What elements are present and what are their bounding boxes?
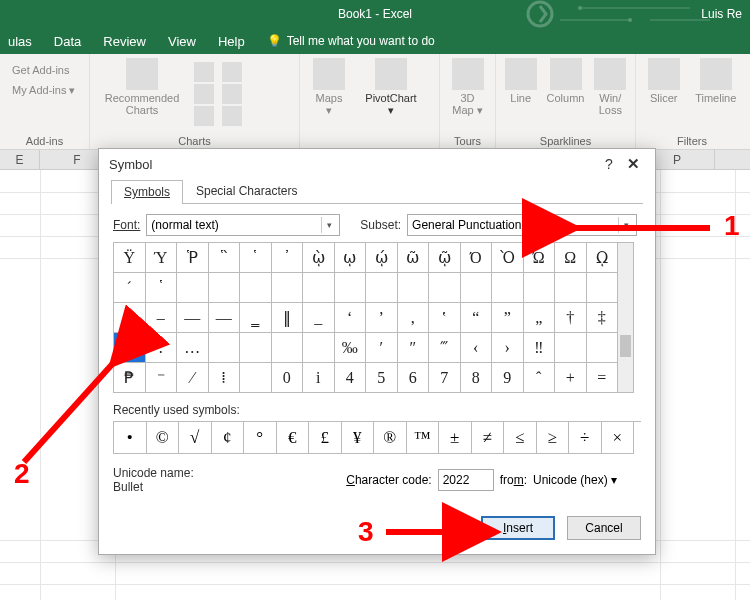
recent-char-cell[interactable]: • [114,422,147,454]
tab-view[interactable]: View [168,34,196,49]
help-icon[interactable]: ? [597,156,621,172]
tab-data[interactable]: Data [54,34,81,49]
sparkline-line-button[interactable]: Line [504,58,537,104]
chart-tiny-icon[interactable] [194,84,214,104]
char-cell[interactable] [240,273,272,303]
chart-tiny-icon[interactable] [222,106,242,126]
chart-tiny-icon[interactable] [194,62,214,82]
recent-char-cell[interactable]: ® [374,422,407,454]
char-cell[interactable]: • [114,333,146,363]
recent-char-cell[interactable]: ≥ [537,422,570,454]
char-cell[interactable]: 6 [398,363,430,393]
tab-symbols[interactable]: Symbols [111,180,183,204]
char-cell[interactable]: ‚ [398,303,430,333]
char-cell[interactable]: ῲ [303,243,335,273]
char-cell[interactable]: ‡ [587,303,619,333]
char-cell[interactable]: - [114,303,146,333]
char-cell[interactable]: ′ [366,333,398,363]
recent-char-cell[interactable]: € [277,422,310,454]
char-cell[interactable]: ῳ [335,243,367,273]
recent-char-cell[interactable]: ± [439,422,472,454]
char-cell[interactable]: ᾿ [272,243,304,273]
char-cell[interactable]: ‴ [429,333,461,363]
recent-char-cell[interactable]: × [602,422,635,454]
tab-formulas[interactable]: ulas [8,34,32,49]
char-cell[interactable]: ῷ [429,243,461,273]
char-cell[interactable]: ″ [398,333,430,363]
timeline-button[interactable]: Timeline [692,58,740,104]
char-cell[interactable]: ῼ [587,243,619,273]
recent-char-cell[interactable]: ¥ [342,422,375,454]
char-cell[interactable]: 7 [429,363,461,393]
char-cell[interactable]: ‹ [461,333,493,363]
char-cell[interactable]: … [177,333,209,363]
char-cell[interactable]: ῶ [398,243,430,273]
my-addins-button[interactable]: My Add-ins ▾ [8,82,79,99]
scrollbar-thumb[interactable] [620,335,631,357]
char-cell[interactable]: ‛ [429,303,461,333]
scrollbar[interactable] [618,242,634,393]
char-cell[interactable]: › [492,333,524,363]
char-cell[interactable] [240,333,272,363]
tab-review[interactable]: Review [103,34,146,49]
from-select[interactable]: Unicode (hex) ▾ [533,473,641,487]
char-cell[interactable]: ‘ [335,303,367,333]
char-cell[interactable]: ˆ [524,363,556,393]
char-cell[interactable]: ‼ [524,333,556,363]
char-cell[interactable]: 4 [335,363,367,393]
char-cell[interactable] [587,333,619,363]
3dmap-button[interactable]: 3D Map ▾ [448,58,487,116]
char-cell[interactable]: „ [524,303,556,333]
char-cell[interactable] [429,273,461,303]
subset-select[interactable]: General Punctuation ▾ [407,214,637,236]
char-cell[interactable] [587,273,619,303]
char-cell[interactable]: ⁄ [177,363,209,393]
sparkline-winloss-button[interactable]: Win/ Loss [594,58,627,116]
char-cell[interactable] [555,333,587,363]
char-cell[interactable]: 5 [366,363,398,393]
char-cell[interactable]: ⁞ [209,363,241,393]
char-cell[interactable]: Ω [555,243,587,273]
char-cell[interactable]: ― [209,303,241,333]
recent-char-cell[interactable]: √ [179,422,212,454]
char-cell[interactable]: ⁻ [146,363,178,393]
char-cell[interactable] [240,363,272,393]
char-cell[interactable] [303,273,335,303]
dialog-titlebar[interactable]: Symbol ? ✕ [99,149,655,179]
pivotchart-button[interactable]: PivotChart ▾ [358,58,424,116]
char-cell[interactable] [209,333,241,363]
char-cell[interactable]: – [146,303,178,333]
char-cell[interactable]: = [587,363,619,393]
char-cell[interactable] [524,273,556,303]
char-cell[interactable]: † [555,303,587,333]
chart-tiny-icon[interactable] [194,106,214,126]
cancel-button[interactable]: Cancel [567,516,641,540]
char-cell[interactable]: Ὸ [492,243,524,273]
close-icon[interactable]: ✕ [621,155,645,173]
char-cell[interactable]: + [555,363,587,393]
char-cell[interactable] [555,273,587,303]
char-cell[interactable]: ῝ [209,243,241,273]
tell-me[interactable]: 💡 Tell me what you want to do [267,34,435,48]
slicer-button[interactable]: Slicer [644,58,684,104]
char-cell[interactable]: ’ [366,303,398,333]
char-cell[interactable] [177,273,209,303]
char-cell[interactable]: — [177,303,209,333]
font-select[interactable]: (normal text) ▾ [146,214,340,236]
char-cell[interactable]: ῾ [146,273,178,303]
recent-char-cell[interactable]: ¢ [212,422,245,454]
char-cell[interactable] [461,273,493,303]
recent-char-cell[interactable]: ≤ [504,422,537,454]
char-cell[interactable] [209,273,241,303]
char-cell[interactable] [335,273,367,303]
chart-tiny-icon[interactable] [222,62,242,82]
char-cell[interactable]: 8 [461,363,493,393]
recent-char-cell[interactable]: © [147,422,180,454]
charcode-input[interactable] [438,469,494,491]
char-cell[interactable]: ῾ [240,243,272,273]
get-addins-button[interactable]: Get Add-ins [8,62,79,78]
recent-char-cell[interactable]: ° [244,422,277,454]
col-header[interactable]: E [0,150,40,169]
char-cell[interactable]: ῴ [366,243,398,273]
char-cell[interactable] [366,273,398,303]
